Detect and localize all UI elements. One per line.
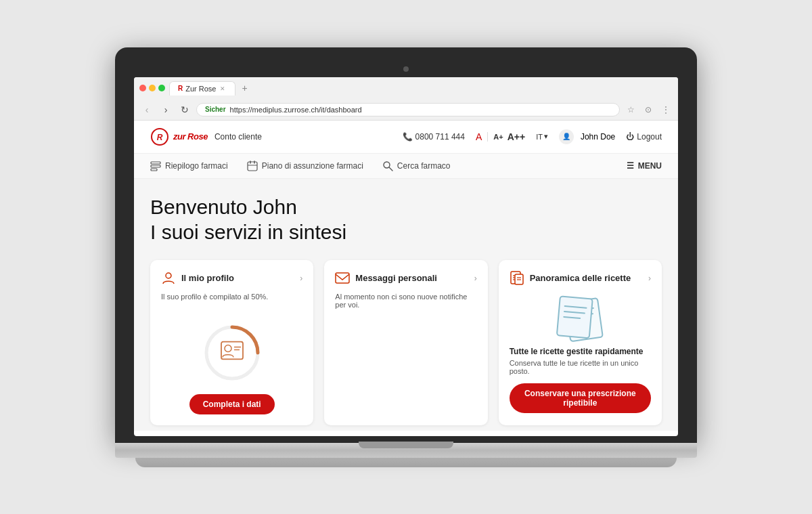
- profile-card-desc: Il suo profilo è compilato al 50%.: [161, 293, 302, 301]
- messages-card-desc: Al momento non ci sono nuove notifiche p…: [335, 293, 476, 309]
- lang-selector[interactable]: IT ▾: [536, 132, 548, 141]
- messages-card-header: Messaggi personali ›: [335, 271, 476, 286]
- secure-badge: Sicher: [205, 106, 226, 113]
- address-bar-row: ‹ › ↻ Sicher https://mediplus.zurrose.ch…: [134, 100, 678, 120]
- messages-icon-svg: [335, 271, 350, 286]
- svg-rect-2: [151, 162, 160, 164]
- tab-bar: R Zur Rose ✕ +: [169, 81, 673, 95]
- svg-rect-5: [248, 162, 257, 171]
- nav-riepilogo-label: Riepilogo farmaci: [165, 161, 228, 171]
- address-bar[interactable]: Sicher https://mediplus.zurrose.ch/it/da…: [196, 103, 620, 116]
- nav-piano[interactable]: Piano di assunzione farmaci: [247, 160, 363, 171]
- forward-btn[interactable]: ›: [158, 102, 173, 117]
- star-btn[interactable]: ☆: [624, 103, 637, 116]
- profile-icon: [161, 271, 176, 286]
- profile-card-header: Il mio profilo ›: [161, 271, 302, 286]
- hinge: [359, 442, 453, 448]
- font-controls: A A+ A++: [476, 131, 525, 142]
- font-lg-btn[interactable]: A++: [508, 131, 525, 142]
- user-avatar: 👤: [559, 129, 574, 144]
- browser-menu-btn[interactable]: ⋮: [659, 103, 673, 116]
- logout-btn[interactable]: ⏻ Logout: [626, 132, 662, 142]
- messages-card-arrow[interactable]: ›: [474, 274, 477, 283]
- menu-btn[interactable]: ☰ MENU: [627, 161, 662, 171]
- svg-line-10: [389, 167, 392, 171]
- tab-title: Zur Rose: [185, 85, 216, 93]
- logout-icon: ⏻: [626, 132, 634, 142]
- maximize-btn[interactable]: [158, 85, 165, 91]
- messages-card-title: Messaggi personali: [355, 273, 437, 283]
- profile-center-icon: [221, 341, 244, 364]
- user-area: 👤 John Doe: [559, 129, 615, 144]
- prescriptions-icon-svg: [510, 271, 524, 286]
- svg-rect-4: [151, 169, 157, 171]
- cerca-svg: [382, 160, 393, 171]
- nav-cerca[interactable]: Cerca farmaco: [382, 160, 451, 171]
- laptop-screen: R Zur Rose ✕ + ‹ › ↻ Sicher https://medi…: [134, 77, 678, 436]
- messages-card: Messaggi personali › Al momento non ci s…: [324, 260, 487, 425]
- phone-display: 📞 0800 711 444: [403, 132, 465, 142]
- logo-text: zur Rose: [173, 131, 208, 142]
- prescriptions-card-arrow[interactable]: ›: [648, 274, 651, 283]
- logout-label: Logout: [637, 132, 662, 142]
- website: R zur Rose Conto cliente 📞 0800 711 444 …: [134, 121, 678, 431]
- browser-tab[interactable]: R Zur Rose ✕: [169, 81, 235, 95]
- messages-icon: [335, 271, 350, 286]
- logo-svg: R: [150, 127, 169, 146]
- svg-point-11: [166, 273, 171, 278]
- phone-icon: 📞: [403, 132, 413, 142]
- lang-text: IT: [536, 133, 543, 141]
- logo-subtitle: Conto cliente: [215, 132, 262, 142]
- prescription-docs-svg: [539, 293, 621, 347]
- messages-title-row: Messaggi personali: [335, 271, 437, 286]
- new-tab-btn[interactable]: +: [238, 82, 250, 94]
- presc-section-title: Tutte le ricette gestite rapidamente: [510, 347, 651, 356]
- font-sm-btn[interactable]: A+: [493, 133, 503, 141]
- welcome-sub: I suoi servizi in sintesi: [150, 221, 662, 244]
- menu-icon: ☰: [627, 161, 634, 171]
- tab-close[interactable]: ✕: [219, 85, 227, 93]
- minimize-btn[interactable]: [149, 85, 156, 91]
- screen-bezel: R Zur Rose ✕ + ‹ › ↻ Sicher https://medi…: [115, 47, 697, 443]
- save-prescription-btn[interactable]: Conservare una prescrizione ripetibile: [510, 383, 651, 413]
- prescriptions-card-header: Panoramica delle ricette ›: [510, 271, 651, 286]
- zur-rose-logo[interactable]: R zur Rose Conto cliente: [150, 127, 262, 146]
- svg-rect-18: [336, 273, 349, 283]
- tab-favicon: R: [178, 85, 183, 92]
- site-header: R zur Rose Conto cliente 📞 0800 711 444 …: [134, 121, 678, 154]
- complete-profile-btn[interactable]: Completa i dati: [189, 394, 275, 414]
- cards-grid: Il mio profilo › Il suo profilo è compil…: [150, 260, 662, 425]
- profile-progress-circle: [202, 322, 263, 383]
- piano-svg: [247, 160, 258, 171]
- presc-section-desc: Conserva tutte le tue ricette in un unic…: [510, 359, 651, 375]
- url-text: https://mediplus.zurrose.ch/it/dashboard: [230, 106, 362, 114]
- font-warning-icon: A: [476, 131, 482, 142]
- prescriptions-title-row: Panoramica delle ricette: [510, 271, 631, 286]
- nav-cerca-label: Cerca farmaco: [397, 161, 451, 171]
- laptop-base: [135, 458, 677, 467]
- laptop-bottom: [115, 443, 697, 458]
- close-btn[interactable]: [139, 85, 146, 91]
- lang-arrow: ▾: [544, 132, 548, 141]
- separator: [487, 132, 488, 142]
- camera: [403, 66, 409, 72]
- phone-number: 0800 711 444: [415, 132, 465, 142]
- refresh-btn[interactable]: ↻: [177, 102, 192, 117]
- svg-text:R: R: [157, 133, 163, 142]
- prescription-visual: [510, 293, 651, 347]
- back-btn[interactable]: ‹: [139, 102, 154, 117]
- profile-title-row: Il mio profilo: [161, 271, 234, 286]
- site-main: Benvenuto John I suoi servizi in sintesi: [134, 179, 678, 431]
- svg-point-15: [225, 345, 231, 351]
- welcome-heading: Benvenuto John: [150, 195, 662, 219]
- profile-card-visual: [161, 312, 302, 394]
- profile-btn[interactable]: ⊙: [641, 103, 655, 116]
- nav-riepilogo[interactable]: Riepilogo farmaci: [150, 160, 228, 171]
- site-nav: Riepilogo farmaci Piano di assunzione fa…: [134, 154, 678, 179]
- profile-card: Il mio profilo › Il suo profilo è compil…: [150, 260, 313, 425]
- piano-icon: [247, 160, 258, 171]
- nav-piano-label: Piano di assunzione farmaci: [262, 161, 363, 171]
- doc-front: [557, 296, 593, 338]
- profile-card-icon-svg: [161, 271, 176, 286]
- profile-card-arrow[interactable]: ›: [300, 274, 302, 283]
